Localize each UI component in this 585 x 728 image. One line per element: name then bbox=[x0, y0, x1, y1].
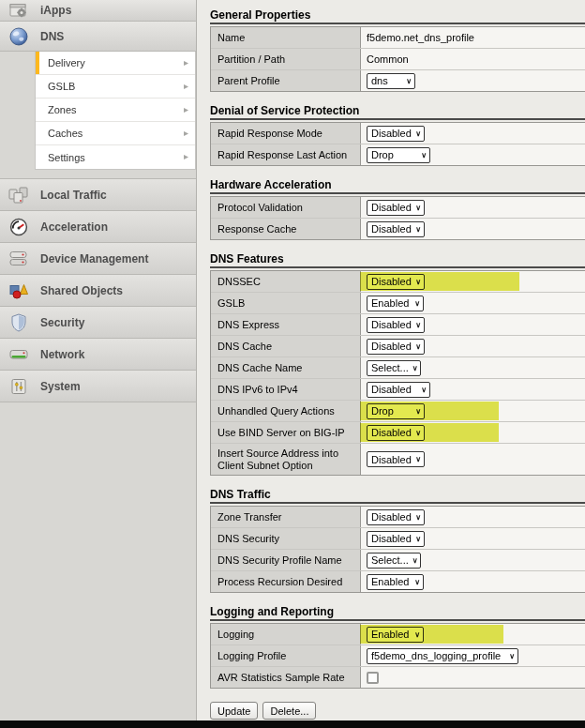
zone-transfer-select[interactable]: Disabled∨ bbox=[367, 509, 425, 525]
dropdown-arrow-icon: ∨ bbox=[412, 364, 418, 372]
dns-ipv6-to-ipv4-select[interactable]: Disabled∨ bbox=[367, 382, 430, 398]
sidebar-item-caches[interactable]: Caches ▸ bbox=[36, 122, 195, 145]
section-dos-protection: Denial of Service Protection Rapid Respo… bbox=[210, 105, 585, 166]
section-title: Denial of Service Protection bbox=[210, 105, 585, 120]
dropdown-arrow-icon: ∨ bbox=[421, 151, 427, 159]
table-row: Rapid Response Last Action Drop∨ bbox=[211, 144, 585, 165]
sidebar-item-label: iApps bbox=[40, 4, 71, 17]
section-logging-reporting: Logging and Reporting Logging Enabled∨ L… bbox=[210, 606, 585, 689]
field-label: Partition / Path bbox=[211, 49, 361, 69]
table-row: DNS Cache Name Select...∨ bbox=[211, 357, 585, 379]
dns-security-profile-name-select[interactable]: Select...∨ bbox=[367, 553, 421, 569]
field-label: Insert Source Address into Client Subnet… bbox=[211, 444, 361, 475]
dropdown-arrow-icon: ∨ bbox=[415, 429, 421, 437]
sidebar: iApps DNS bbox=[0, 0, 197, 720]
field-label: DNS Cache bbox=[211, 336, 361, 356]
rapid-response-mode-select[interactable]: Disabled∨ bbox=[367, 126, 425, 142]
section-title: Logging and Reporting bbox=[210, 606, 585, 621]
network-icon bbox=[6, 346, 32, 363]
field-label: DNS Security bbox=[211, 528, 361, 549]
sidebar-item-device-management[interactable]: Device Management bbox=[0, 243, 196, 275]
sidebar-item-iapps[interactable]: iApps bbox=[0, 0, 196, 22]
shapes-icon bbox=[6, 282, 32, 299]
sidebar-item-settings[interactable]: Settings ▸ bbox=[36, 145, 195, 169]
profile-form: General Properties Name f5demo.net_dns_p… bbox=[198, 0, 585, 720]
dropdown-arrow-icon: ∨ bbox=[415, 407, 421, 416]
dropdown-arrow-icon: ∨ bbox=[415, 204, 421, 212]
dns-express-select[interactable]: Disabled∨ bbox=[367, 317, 425, 333]
table-row: Process Recursion Desired Enabled∨ bbox=[211, 571, 585, 592]
logging-profile-select[interactable]: f5demo_dns_logging_profile∨ bbox=[367, 648, 518, 664]
shield-icon bbox=[6, 313, 32, 332]
field-label: Rapid Response Mode bbox=[211, 123, 361, 144]
field-label: Logging Profile bbox=[211, 645, 361, 666]
sidebar-bottom-group: Local Traffic Acceleration bbox=[0, 178, 196, 402]
use-bind-server-select[interactable]: Disabled∨ bbox=[367, 425, 425, 441]
sidebar-item-zones[interactable]: Zones ▸ bbox=[36, 99, 195, 122]
sidebar-item-dns[interactable]: DNS bbox=[0, 22, 196, 52]
dns-cache-name-select[interactable]: Select...∨ bbox=[367, 360, 421, 376]
unhandled-query-actions-select[interactable]: Drop∨ bbox=[367, 403, 425, 419]
sidebar-item-acceleration[interactable]: Acceleration bbox=[0, 211, 196, 243]
delete-button[interactable]: Delete... bbox=[262, 702, 316, 720]
avr-statistics-sample-rate-checkbox[interactable] bbox=[367, 672, 379, 684]
dropdown-arrow-icon: ∨ bbox=[415, 321, 421, 329]
partition-value: Common bbox=[367, 53, 409, 65]
dropdown-arrow-icon: ∨ bbox=[414, 299, 420, 308]
field-label: Zone Transfer bbox=[211, 507, 361, 527]
dropdown-arrow-icon: ∨ bbox=[421, 386, 427, 394]
dropdown-arrow-icon: ∨ bbox=[415, 535, 421, 543]
response-cache-select[interactable]: Disabled∨ bbox=[367, 221, 425, 237]
section-title: DNS Features bbox=[210, 253, 585, 268]
field-label: DNSSEC bbox=[211, 271, 361, 292]
dns-security-select[interactable]: Disabled∨ bbox=[367, 531, 425, 547]
sidebar-item-security[interactable]: Security bbox=[0, 307, 196, 339]
table-row: Parent Profile dns∨ bbox=[211, 70, 585, 91]
sidebar-item-shared-objects[interactable]: Shared Objects bbox=[0, 275, 196, 307]
logging-select[interactable]: Enabled∨ bbox=[367, 627, 424, 643]
system-icon bbox=[6, 378, 32, 395]
name-value: f5demo.net_dns_profile bbox=[367, 32, 474, 43]
table-row: Logging Enabled∨ bbox=[211, 624, 585, 645]
table-row: DNS Security Disabled∨ bbox=[211, 528, 585, 550]
dropdown-arrow-icon: ∨ bbox=[415, 513, 421, 522]
dropdown-arrow-icon: ∨ bbox=[414, 630, 420, 639]
gslb-select[interactable]: Enabled∨ bbox=[367, 296, 424, 311]
field-label: DNS Security Profile Name bbox=[211, 550, 361, 570]
section-dns-traffic: DNS Traffic Zone Transfer Disabled∨ DNS … bbox=[210, 489, 585, 593]
field-label: DNS IPv6 to IPv4 bbox=[211, 379, 361, 400]
section-dns-features: DNS Features DNSSEC Disabled∨ GSLB bbox=[210, 253, 585, 476]
table-row: Protocol Validation Disabled∨ bbox=[211, 197, 585, 219]
sidebar-item-network[interactable]: Network bbox=[0, 339, 196, 371]
insert-source-address-select[interactable]: Disabled∨ bbox=[367, 451, 425, 467]
sidebar-item-gslb[interactable]: GSLB ▸ bbox=[36, 75, 195, 99]
gauge-icon bbox=[6, 218, 32, 236]
update-button[interactable]: Update bbox=[210, 702, 258, 720]
rapid-response-last-action-select[interactable]: Drop∨ bbox=[367, 147, 430, 163]
table-row: DNS Cache Disabled∨ bbox=[211, 336, 585, 357]
bottom-bar bbox=[0, 720, 585, 728]
dns-cache-select[interactable]: Disabled∨ bbox=[367, 339, 425, 355]
field-label: Name bbox=[211, 27, 361, 48]
table-row: Unhandled Query Actions Drop∨ bbox=[211, 401, 585, 422]
parent-profile-select[interactable]: dns∨ bbox=[367, 73, 415, 89]
table-row: Logging Profile f5demo_dns_logging_profi… bbox=[211, 645, 585, 667]
table-row: Response Cache Disabled∨ bbox=[211, 219, 585, 239]
dropdown-arrow-icon: ∨ bbox=[415, 225, 421, 234]
field-label: Process Recursion Desired bbox=[211, 571, 361, 592]
protocol-validation-select[interactable]: Disabled∨ bbox=[367, 200, 425, 216]
field-label: Protocol Validation bbox=[211, 197, 361, 218]
sidebar-item-delivery[interactable]: Delivery ▸ bbox=[36, 52, 195, 75]
section-title: General Properties bbox=[210, 9, 585, 24]
table-row: Insert Source Address into Client Subnet… bbox=[211, 444, 585, 475]
section-title: DNS Traffic bbox=[210, 489, 585, 504]
dnssec-select[interactable]: Disabled∨ bbox=[367, 274, 425, 290]
process-recursion-desired-select[interactable]: Enabled∨ bbox=[367, 574, 424, 590]
sidebar-item-local-traffic[interactable]: Local Traffic bbox=[0, 179, 196, 211]
table-row: DNS IPv6 to IPv4 Disabled∨ bbox=[211, 379, 585, 401]
dropdown-arrow-icon: ∨ bbox=[415, 129, 421, 138]
sidebar-item-system[interactable]: System bbox=[0, 371, 196, 402]
form-actions: Update Delete... bbox=[210, 702, 585, 720]
dns-submenu: Delivery ▸ GSLB ▸ Zones ▸ Caches ▸ Setti… bbox=[35, 52, 196, 170]
dropdown-arrow-icon: ∨ bbox=[406, 77, 412, 85]
